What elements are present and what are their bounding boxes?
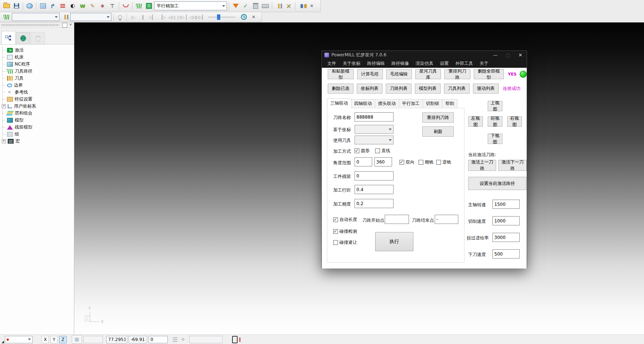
strategy-list-icon[interactable] [144,1,153,11]
activate-prev-button[interactable]: 激活上一刀路 [468,160,496,171]
based-coord-dropdown[interactable] [355,125,394,134]
coord-z-input[interactable] [149,336,168,343]
stock-remain-input[interactable] [355,171,394,180]
tool-library-button[interactable]: 星河刀具库 [415,69,441,79]
toolpath-select-dropdown[interactable] [12,13,60,21]
reorder-toolpath-button-2[interactable]: 重排列刀路 [422,112,454,123]
view-top-button[interactable]: 上视图 [488,101,502,111]
tree-item-activate[interactable]: 激活 [4,47,74,54]
tree-item-stock-model[interactable]: 残留模型 [4,124,74,131]
checkbox-icon[interactable] [333,240,338,245]
reorder-toolpath-button[interactable]: 重排列刀路 [444,69,470,79]
stepover-input[interactable] [355,185,394,194]
dir-conv-checkbox[interactable]: 逆铣 [436,159,451,165]
status-dropdown[interactable] [5,336,33,343]
measure-icon[interactable] [261,1,270,11]
auto-length-checkbox[interactable]: 自动长度 [333,217,357,223]
panel-float-icon[interactable] [62,23,67,28]
resize-grip-icon[interactable] [1,341,4,343]
activate-next-button[interactable]: 激活下一刀路 [498,160,527,171]
pattern-icon[interactable]: ✎ [88,1,97,11]
use-tool-dropdown[interactable] [355,136,394,144]
calc-block-button[interactable]: 计算毛坯 [357,69,383,79]
axis-x-button[interactable]: X [42,336,49,343]
coord-list-button[interactable]: 坐标列表 [357,84,383,94]
checkbox-icon[interactable] [399,160,404,165]
view-right-button[interactable]: 右视图 [507,116,522,127]
checkbox-icon[interactable] [333,217,338,222]
checkbox-icon[interactable] [355,148,359,153]
probe-icon[interactable]: ✛ [181,337,185,342]
menu-path-edit[interactable]: 路径编辑 [364,59,388,68]
maximize-icon[interactable]: ▢ [502,51,514,59]
feature-set-icon[interactable]: ❖ [98,1,107,11]
delete-all-models-button[interactable]: 删除全部模型 [474,69,504,79]
tree-item-pattern[interactable]: 参考线 [4,89,74,96]
slider-handle[interactable] [217,14,220,20]
checkbox-icon[interactable] [436,160,441,165]
end-point-input[interactable] [435,215,458,224]
print-icon[interactable] [25,1,34,11]
tool-holder-icon[interactable]: ⊤ [108,1,117,11]
dir-climb-checkbox[interactable]: 顺铣 [419,159,434,165]
viewmill-icon[interactable] [231,1,240,11]
ball-tool-icon[interactable] [68,1,77,11]
tree-item-workplane[interactable]: +用户坐标系 [4,103,74,110]
calculator-icon[interactable] [251,1,260,11]
tab-saw[interactable]: 切割锯 [423,99,442,108]
dialog-titlebar[interactable]: PowerMILL 忆梦星河 7.0.6 — ▢ ✕ [322,51,527,59]
menu-settings[interactable]: 设置 [437,59,452,68]
tree-item-feature-set[interactable]: 特征设置 [4,96,74,103]
step-back-button[interactable]: ◁▏ [148,14,157,20]
view-left-button[interactable]: 左视图 [468,116,483,127]
tab-explorer-tree[interactable] [1,31,15,44]
toolbar-close-icon[interactable]: ✕ [307,1,316,11]
block-edit-button[interactable]: 毛坯编辑 [386,69,412,79]
menu-coords[interactable]: 关于坐标 [339,59,364,68]
drive-list-button[interactable]: 驱动列表 [473,84,499,94]
clock-icon[interactable] [239,13,248,22]
tree-item-machine[interactable]: 机床 [4,54,74,61]
skim-feed-input[interactable] [492,233,520,242]
collision-check-icon[interactable] [121,1,130,11]
toolpath-name-input[interactable] [355,112,394,122]
grid-size-input[interactable] [83,336,103,343]
open-project-icon[interactable] [2,1,11,11]
execute-button[interactable]: 执行 [375,232,413,251]
menu-render-sim[interactable]: 渲染仿真 [412,59,437,68]
tab-swivel-head[interactable]: 摆头联动 [375,99,399,108]
tab-explorer-recycle[interactable] [31,32,45,44]
rewind-button[interactable]: ◁◁ [167,14,176,20]
paste-new-model-button[interactable]: 粘贴新模型 [328,69,354,79]
tolerance-input[interactable] [355,199,394,208]
menu-about[interactable]: 关于 [476,59,492,68]
toolpath-strategies-icon[interactable]: ↱ [48,1,57,11]
active-toolpath-icon[interactable] [134,1,143,11]
verify-icon[interactable]: ✓ [241,1,250,11]
device-icon[interactable] [232,336,238,343]
block-icon[interactable] [38,1,47,11]
tab-explorer-web[interactable] [16,32,30,44]
expand-icon[interactable]: + [2,104,6,108]
minimize-icon[interactable]: — [489,51,502,59]
tab-4axis[interactable]: 四轴联动 [351,99,375,108]
nc-program-icon[interactable] [58,1,67,11]
tool-change-icon[interactable] [274,1,283,11]
play-button[interactable]: ▷ [129,14,138,20]
axis-y-button[interactable]: Y [50,336,58,343]
angle-from-input[interactable] [355,157,372,166]
compare-icon[interactable] [297,1,306,11]
model-list-button[interactable]: 模型列表 [415,84,441,94]
axis-z-button[interactable]: Z [59,336,67,343]
tree-item-nc-program[interactable]: NC程序 [4,61,74,68]
panel-close-icon[interactable]: ✕ [68,23,73,27]
strategy-dropdown[interactable]: 平行精加工 [154,1,227,10]
menu-external-tools[interactable]: 外部工具 [452,59,476,68]
collision-avoid-checkbox[interactable]: 碰撞避让 [333,239,357,246]
tab-parallel[interactable]: 平行加工 [399,99,423,108]
plunge-speed-input[interactable] [492,249,520,259]
pause-button[interactable]: ‖ [138,14,147,20]
delete-selected-button[interactable]: 删除已选 [328,84,353,94]
expand-icon[interactable]: + [2,139,6,143]
tool-select-dropdown[interactable] [70,13,111,21]
